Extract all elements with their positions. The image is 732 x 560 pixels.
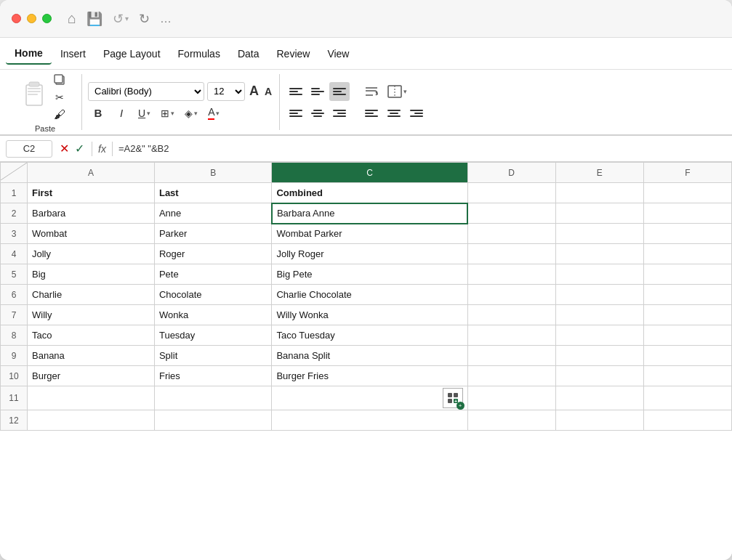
cell-11-5[interactable] [643, 386, 731, 410]
cell-11-3[interactable] [467, 386, 555, 410]
cell-3-1[interactable]: Parker [154, 224, 272, 244]
cell-12-3[interactable] [467, 410, 555, 431]
cell-8-2[interactable]: Taco Tuesday [272, 325, 467, 346]
cell-1-0[interactable]: First [28, 183, 155, 203]
cell-6-2[interactable]: Charlie Chocolate [272, 285, 467, 305]
cell-11-0[interactable] [28, 386, 155, 410]
home-icon[interactable]: ⌂ [68, 10, 76, 27]
menu-review[interactable]: Review [268, 44, 318, 64]
cell-5-0[interactable]: Big [28, 264, 155, 285]
cell-2-0[interactable]: Barbara [28, 203, 155, 224]
menu-insert[interactable]: Insert [52, 44, 94, 64]
align-left-button[interactable] [286, 104, 306, 123]
cell-10-0[interactable]: Burger [28, 366, 155, 386]
left-align-text-button[interactable] [361, 104, 382, 123]
more-options-icon[interactable]: … [160, 12, 173, 25]
format-painter-button[interactable]: 🖌 [49, 107, 70, 123]
cell-1-2[interactable]: Combined [272, 183, 467, 203]
cell-7-0[interactable]: Willy [28, 305, 155, 325]
cell-3-5[interactable] [643, 224, 731, 244]
wrap-text-button[interactable] [361, 82, 382, 101]
merge-cells-button[interactable]: ▾ [384, 82, 411, 101]
menu-formulas[interactable]: Formulas [169, 44, 229, 64]
cell-7-1[interactable]: Wonka [154, 305, 272, 325]
cell-6-0[interactable]: Charlie [28, 285, 155, 305]
cell-4-4[interactable] [555, 244, 643, 264]
cell-11-1[interactable] [154, 386, 272, 410]
cell-8-3[interactable] [467, 325, 555, 346]
formula-input[interactable] [118, 143, 726, 154]
col-header-d[interactable]: D [467, 163, 555, 183]
cell-9-3[interactable] [467, 346, 555, 366]
cell-5-3[interactable] [467, 264, 555, 285]
cell-8-5[interactable] [643, 325, 731, 346]
cell-10-5[interactable] [643, 366, 731, 386]
cancel-formula-button[interactable]: ✕ [58, 142, 71, 155]
redo-icon[interactable]: ↻ [139, 11, 150, 27]
cell-8-4[interactable] [555, 325, 643, 346]
cell-3-4[interactable] [555, 224, 643, 244]
cell-12-5[interactable] [643, 410, 731, 431]
col-header-c[interactable]: C [272, 163, 467, 183]
cell-12-0[interactable] [28, 410, 155, 431]
cell-3-0[interactable]: Wombat [28, 224, 155, 244]
borders-button[interactable]: ⊞ ▾ [157, 104, 178, 123]
center-align-text-button[interactable] [384, 104, 404, 123]
cell-3-3[interactable] [467, 224, 555, 244]
cell-5-5[interactable] [643, 264, 731, 285]
cell-1-4[interactable] [555, 183, 643, 203]
cell-8-0[interactable]: Taco [28, 325, 155, 346]
cell-9-0[interactable]: Banana [28, 346, 155, 366]
cell-4-1[interactable]: Roger [154, 244, 272, 264]
cell-11-2[interactable]: + + [272, 386, 467, 410]
cell-3-2[interactable]: Wombat Parker [272, 224, 467, 244]
cell-7-3[interactable] [467, 305, 555, 325]
minimize-button[interactable] [27, 14, 36, 23]
align-middle-button[interactable] [307, 82, 328, 101]
cell-9-4[interactable] [555, 346, 643, 366]
cell-6-1[interactable]: Chocolate [154, 285, 272, 305]
cell-7-2[interactable]: Willy Wonka [272, 305, 467, 325]
cell-5-2[interactable]: Big Pete [272, 264, 467, 285]
cell-5-4[interactable] [555, 264, 643, 285]
cell-2-1[interactable]: Anne [154, 203, 272, 224]
increase-font-size-button[interactable]: A [248, 84, 260, 99]
align-bottom-button[interactable] [329, 82, 350, 101]
cell-10-4[interactable] [555, 366, 643, 386]
cell-4-0[interactable]: Jolly [28, 244, 155, 264]
right-align-text-button[interactable] [406, 104, 427, 123]
confirm-formula-button[interactable]: ✓ [73, 142, 86, 155]
italic-button[interactable]: I [111, 104, 132, 123]
align-top-button[interactable] [286, 82, 306, 101]
menu-home[interactable]: Home [6, 43, 52, 65]
cell-10-3[interactable] [467, 366, 555, 386]
cell-1-5[interactable] [643, 183, 731, 203]
cell-12-1[interactable] [154, 410, 272, 431]
cell-2-2[interactable]: Barbara Anne [272, 203, 467, 224]
cell-1-3[interactable] [467, 183, 555, 203]
col-header-e[interactable]: E [555, 163, 643, 183]
cut-button[interactable]: ✂ [49, 89, 70, 105]
cell-6-3[interactable] [467, 285, 555, 305]
bold-button[interactable]: B [88, 104, 108, 123]
fill-color-button[interactable]: ◈ ▾ [181, 104, 201, 123]
font-color-button[interactable]: A ▾ [204, 104, 223, 123]
cell-2-5[interactable] [643, 203, 731, 224]
cell-2-3[interactable] [467, 203, 555, 224]
cell-4-5[interactable] [643, 244, 731, 264]
cell-reference-box[interactable]: C2 [6, 140, 52, 158]
align-center-button[interactable] [307, 104, 328, 123]
col-header-a[interactable]: A [28, 163, 155, 183]
col-header-f[interactable]: F [643, 163, 731, 183]
font-size-select[interactable]: 12 [207, 82, 245, 101]
cell-6-5[interactable] [643, 285, 731, 305]
menu-data[interactable]: Data [229, 44, 268, 64]
flash-fill-icon[interactable]: + + [443, 388, 463, 408]
cell-4-2[interactable]: Jolly Roger [272, 244, 467, 264]
cell-7-4[interactable] [555, 305, 643, 325]
font-name-select[interactable]: Calibri (Body) [88, 82, 204, 101]
cell-2-4[interactable] [555, 203, 643, 224]
cell-6-4[interactable] [555, 285, 643, 305]
underline-button[interactable]: U ▾ [134, 104, 154, 123]
copy-button[interactable] [49, 72, 70, 88]
